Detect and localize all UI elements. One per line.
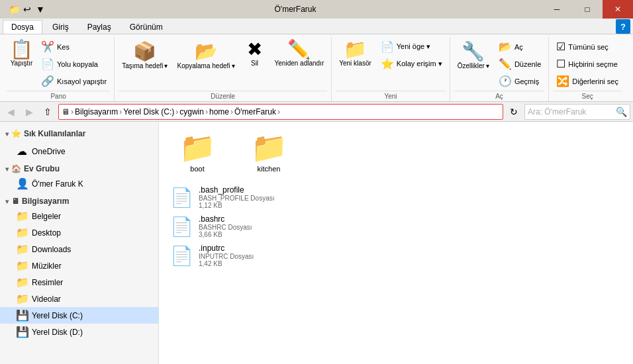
yeni-oge-button[interactable]: 📄 Yeni öge ▾ [377,38,446,55]
paste-button[interactable]: 📋 Yapıştır [7,38,36,69]
ribbon-group-duzenle: 📦 Taşıma hedefi ▾ 📂 Kopyalama hedefi ▾ ✖… [115,37,332,101]
forward-button[interactable]: ▶ [21,104,37,120]
favorites-header[interactable]: ▾ ⭐ Sık Kullanılanlar [0,127,158,140]
copy-button[interactable]: ✂️ Kes [38,38,110,55]
kolay-erisim-button[interactable]: ⭐ Kolay erişim ▾ [377,56,446,72]
maximize-button[interactable]: □ [572,0,603,19]
kopyalama-button[interactable]: 📂 Kopyalama hedefi ▾ [173,38,238,71]
sidebar-item-homegroup-user[interactable]: 👤 Ö'mer Faruk K [0,175,158,192]
path-segment-0: 🖥 [62,107,70,116]
folder-icon: 📁 [16,259,28,272]
chevron-down-icon[interactable]: ▼ [34,3,46,15]
tab-dosya[interactable]: Dosya [3,20,42,34]
search-placeholder: Ara: Ö'merFaruk [528,107,586,116]
sidebar-item-onedrive[interactable]: ☁ OneDrive [0,143,158,159]
minimize-button[interactable]: ─ [542,0,572,19]
ribbon-group-sec: ☑ Tümünü seç ☐ Hiçbirini seçme 🔀 Diğerle… [549,37,626,101]
ozellikler-label: Özellikler ▾ [458,62,489,69]
tasima-label: Taşıma hedefi ▾ [122,62,168,69]
gecmis-button[interactable]: 🕐 Geçmiş [495,73,544,89]
sidebar-item-downloads[interactable]: 📁 Downloads [0,241,158,257]
ac-label: Aç [454,91,544,100]
paste-icon: 📋 [10,40,33,59]
path-segment-2: Yerel Disk (C:) [123,107,174,116]
kopyalama-icon: 📂 [195,40,218,62]
refresh-button[interactable]: ↻ [506,104,522,120]
yeni-oge-icon: 📄 [381,40,394,53]
tasima-button[interactable]: 📦 Taşıma hedefi ▾ [119,38,171,71]
homegroup-header[interactable]: ▾ 🏠 Ev Grubu [0,162,158,175]
yeniden-button[interactable]: ✏️ Yeniden adlandır [271,38,328,69]
undo-icon[interactable]: ↩ [21,3,33,15]
digerleri-button[interactable]: 🔀 Diğerlerini seç [553,73,622,89]
ozellikler-button[interactable]: 🔧 Özellikler ▾ [454,38,493,71]
yeni-klasor-button[interactable]: 📁 Yeni klasör [336,38,375,69]
tumunu-sec-icon: ☑ [556,40,565,53]
folder-icon: 📁 [16,226,28,239]
user-icon: 👤 [16,177,28,190]
up-button[interactable]: ⇧ [40,104,56,120]
tab-gorunum[interactable]: Görünüm [121,20,171,34]
digerleri-icon: 🔀 [556,75,569,87]
file-item-inputrc[interactable]: 📄 .inputrc INPUTRC Dosyası 1,42 KB [164,241,628,270]
tab-paylas[interactable]: Paylaş [79,20,120,34]
folder-icon: 📁 [16,243,28,255]
kolay-erisim-icon: ⭐ [381,58,394,70]
sidebar-item-belgeler[interactable]: 📁 Belgeler [0,208,158,224]
file-area: 📁 boot 📁 kitchen 📄 .bash_profile BASH_PR… [159,122,633,364]
sidebar-item-muzikler[interactable]: 📁 Müzikler [0,257,158,274]
duzenle-ac-label: Düzenle [514,60,541,68]
path-bar[interactable]: 🖥 › Bilgisayarım › Yerel Disk (C:) › cyg… [58,104,503,120]
sil-label: Sil [251,60,258,67]
folder-icon: 📁 [16,276,28,289]
help-button[interactable]: ? [616,19,630,34]
onedrive-label: OneDrive [32,147,66,156]
resimler-label: Resimler [32,278,63,287]
homegroup-label: Ev Grubu [24,164,60,173]
folder-item-boot[interactable]: 📁 boot [164,127,230,177]
belgeler-label: Belgeler [32,212,61,221]
tumunu-sec-button[interactable]: ☑ Tümünü seç [553,38,622,55]
sidebar-item-desktop[interactable]: 📁 Desktop [0,224,158,241]
folder-item-kitchen[interactable]: 📁 kitchen [236,127,302,177]
disk-icon: 💾 [16,326,28,338]
homegroup-user-label: Ö'mer Faruk K [32,179,83,189]
digerleri-label: Diğerlerini seç [572,77,618,85]
search-box[interactable]: Ara: Ö'merFaruk 🔍 [524,104,630,120]
ac-button[interactable]: 📂 Aç [495,38,544,55]
sil-button[interactable]: ✖ Sil [241,38,269,69]
sidebar-item-yerel-c[interactable]: 💾 Yerel Disk (C:) [0,307,158,324]
hicbirini-secme-button[interactable]: ☐ Hiçbirini seçme [553,56,622,72]
onedrive-section: ☁ OneDrive [0,143,158,159]
sidebar-item-resimler[interactable]: 📁 Resimler [0,274,158,291]
ac-icon: 📂 [499,40,512,53]
disk-icon: 💾 [16,309,28,322]
folder-icon: 📁 [251,130,287,165]
kopyalama-label: Kopyalama hedefi ▾ [177,62,234,69]
homegroup-icon: 🏠 [11,164,21,173]
folder-icon-wrap: 📁 [253,132,285,163]
addressbar: ◀ ▶ ⇧ 🖥 › Bilgisayarım › Yerel Disk (C:)… [0,102,633,122]
path-segment-5: Ö'merFaruk [234,107,276,116]
tab-giris[interactable]: Giriş [44,20,77,34]
tasima-icon: 📦 [133,40,156,62]
shortcut-paste-button[interactable]: 🔗 Kısayol yapıştır [38,73,110,89]
sidebar-item-videolar[interactable]: 📁 Videolar [0,291,158,307]
ac-col: 📂 Aç ✏️ Düzenle 🕐 Geçmiş [495,38,544,89]
copy-path-button[interactable]: 📄 Yolu kopyala [38,56,110,72]
file-item-bashrc[interactable]: 📄 .bashrc BASHRC Dosyası 3,66 KB [164,212,628,241]
computer-header[interactable]: ▾ 🖥 Bilgisayarım [0,195,158,208]
folder-label: boot [190,165,204,173]
duzenle-ac-button[interactable]: ✏️ Düzenle [495,56,544,72]
yeni-klasor-icon: 📁 [344,40,367,59]
folder-icon: 📁 [8,3,20,15]
file-item-bash-profile[interactable]: 📄 .bash_profile BASH_PROFILE Dosyası 1,1… [164,183,628,212]
back-button[interactable]: ◀ [3,104,19,120]
kolay-erisim-label: Kolay erişim ▾ [397,60,442,68]
sidebar-item-yerel-d[interactable]: 💾 Yerel Disk (D:) [0,324,158,340]
close-button[interactable]: ✕ [603,0,633,19]
yeni-klasor-label: Yeni klasör [339,60,371,67]
ac-label: Aç [514,43,523,51]
folder-icon: 📁 [179,130,216,165]
computer-icon: 🖥 [11,197,19,206]
